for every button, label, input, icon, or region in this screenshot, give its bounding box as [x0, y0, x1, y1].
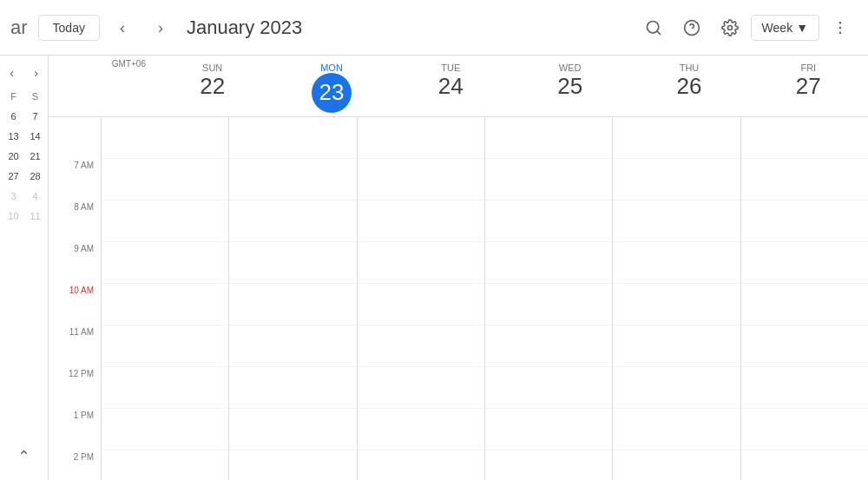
hour-13-wed[interactable] — [485, 367, 612, 409]
hour-7-wed[interactable] — [485, 117, 612, 159]
hour-7-tue[interactable] — [358, 117, 484, 159]
hour-15-fri[interactable] — [741, 450, 868, 480]
mini-day-header-s: S — [25, 87, 46, 106]
hour-15-mon[interactable] — [229, 450, 356, 480]
hour-11-thu[interactable] — [613, 284, 740, 325]
mini-day-3[interactable]: 3 — [3, 187, 24, 206]
more-button[interactable] — [823, 10, 858, 45]
day-header-fri: FRI 27 — [749, 56, 868, 116]
mini-day-28[interactable]: 28 — [25, 167, 46, 186]
hour-12-sun[interactable] — [102, 325, 228, 367]
mini-day-20[interactable]: 20 — [3, 147, 24, 166]
hour-11-sun[interactable] — [102, 284, 228, 325]
hour-12-fri[interactable] — [741, 325, 868, 367]
hour-9-fri[interactable] — [741, 201, 868, 242]
hour-13-tue[interactable] — [358, 367, 484, 409]
prev-button[interactable]: ‹ — [107, 12, 138, 43]
day-headers: GMT+06 SUN 22 MON 23 TUE 24 WED 25 — [49, 56, 868, 117]
day-name-thu: THU — [629, 62, 748, 73]
hour-7-mon[interactable] — [229, 117, 356, 159]
hour-11-tue[interactable] — [358, 284, 484, 325]
svg-point-4 — [727, 25, 732, 30]
hour-7-thu[interactable] — [613, 117, 740, 159]
main: ‹ › F S 6 7 13 14 20 21 27 28 3 — [0, 56, 868, 480]
hour-8-tue[interactable] — [358, 159, 484, 201]
help-icon — [683, 19, 700, 36]
hour-9-thu[interactable] — [613, 201, 740, 242]
hour-14-mon[interactable] — [229, 409, 356, 450]
hour-13-mon[interactable] — [229, 367, 356, 409]
hour-8-mon[interactable] — [229, 159, 356, 201]
mini-day-header-f: F — [3, 87, 24, 106]
hour-15-wed[interactable] — [485, 450, 612, 480]
mini-day-10[interactable]: 10 — [3, 207, 24, 226]
day-column-sun[interactable] — [101, 117, 228, 480]
hour-10-sun[interactable] — [102, 242, 228, 284]
hour-10-tue[interactable] — [358, 242, 484, 284]
hour-10-fri[interactable] — [741, 242, 868, 284]
month-title: January 2023 — [187, 16, 302, 39]
time-spacer — [49, 117, 101, 159]
mini-day-6[interactable]: 6 — [3, 107, 24, 126]
hour-11-wed[interactable] — [485, 284, 612, 325]
hour-9-wed[interactable] — [485, 201, 612, 242]
hour-15-sun[interactable] — [102, 450, 228, 480]
time-labels: 7 AM 8 AM 9 AM 10 AM 11 AM 12 PM 1 PM 2 … — [49, 117, 101, 480]
hour-14-fri[interactable] — [741, 409, 868, 450]
hour-12-tue[interactable] — [358, 325, 484, 367]
mini-day-7[interactable]: 7 — [25, 107, 46, 126]
mini-next-button[interactable]: › — [26, 62, 47, 83]
hour-7-sun[interactable] — [102, 117, 228, 159]
hour-12-wed[interactable] — [485, 325, 612, 367]
hour-8-wed[interactable] — [485, 159, 612, 201]
hour-14-sun[interactable] — [102, 409, 228, 450]
hour-8-fri[interactable] — [741, 159, 868, 201]
settings-button[interactable] — [713, 10, 747, 45]
mini-day-11[interactable]: 11 — [25, 207, 46, 226]
hour-12-mon[interactable] — [229, 325, 356, 367]
mini-day-13[interactable]: 13 — [3, 127, 24, 146]
hour-9-sun[interactable] — [102, 201, 228, 242]
hour-14-wed[interactable] — [485, 409, 612, 450]
today-button[interactable]: Today — [38, 15, 100, 41]
hour-14-tue[interactable] — [358, 409, 484, 450]
mini-prev-button[interactable]: ‹ — [2, 62, 23, 83]
time-label-7am: 7 AM — [49, 159, 101, 201]
time-grid: 7 AM 8 AM 9 AM 10 AM 11 AM 12 PM 1 PM 2 … — [49, 117, 868, 480]
day-column-wed[interactable] — [484, 117, 612, 480]
app-name: ar — [10, 16, 28, 39]
help-button[interactable] — [674, 10, 709, 45]
day-name-mon: MON — [272, 62, 391, 73]
mini-day-21[interactable]: 21 — [25, 147, 46, 166]
hour-9-tue[interactable] — [358, 201, 484, 242]
hour-10-mon[interactable] — [229, 242, 356, 284]
hour-13-fri[interactable] — [741, 367, 868, 409]
day-column-thu[interactable] — [612, 117, 740, 480]
next-button[interactable]: › — [145, 12, 176, 43]
mini-day-27[interactable]: 27 — [3, 167, 24, 186]
day-column-mon[interactable] — [228, 117, 356, 480]
hour-10-wed[interactable] — [485, 242, 612, 284]
hour-9-mon[interactable] — [229, 201, 356, 242]
hour-8-thu[interactable] — [613, 159, 740, 201]
hour-13-thu[interactable] — [613, 367, 740, 409]
hour-12-thu[interactable] — [613, 325, 740, 367]
hour-11-fri[interactable] — [741, 284, 868, 325]
hour-13-sun[interactable] — [102, 367, 228, 409]
sidebar-collapse-button[interactable]: ⌃ — [10, 440, 37, 473]
view-selector[interactable]: Week ▼ — [751, 15, 819, 41]
hour-15-tue[interactable] — [358, 450, 484, 480]
search-button[interactable] — [636, 10, 671, 45]
mini-day-14[interactable]: 14 — [25, 127, 46, 146]
mini-day-4[interactable]: 4 — [25, 187, 46, 206]
hour-14-thu[interactable] — [613, 409, 740, 450]
day-name-tue: TUE — [391, 62, 510, 73]
day-header-thu: THU 26 — [629, 56, 748, 116]
day-column-fri[interactable] — [740, 117, 868, 480]
day-column-tue[interactable] — [357, 117, 484, 480]
hour-15-thu[interactable] — [613, 450, 740, 480]
hour-11-mon[interactable] — [229, 284, 356, 325]
hour-8-sun[interactable] — [102, 159, 228, 201]
hour-7-fri[interactable] — [741, 117, 868, 159]
hour-10-thu[interactable] — [613, 242, 740, 284]
